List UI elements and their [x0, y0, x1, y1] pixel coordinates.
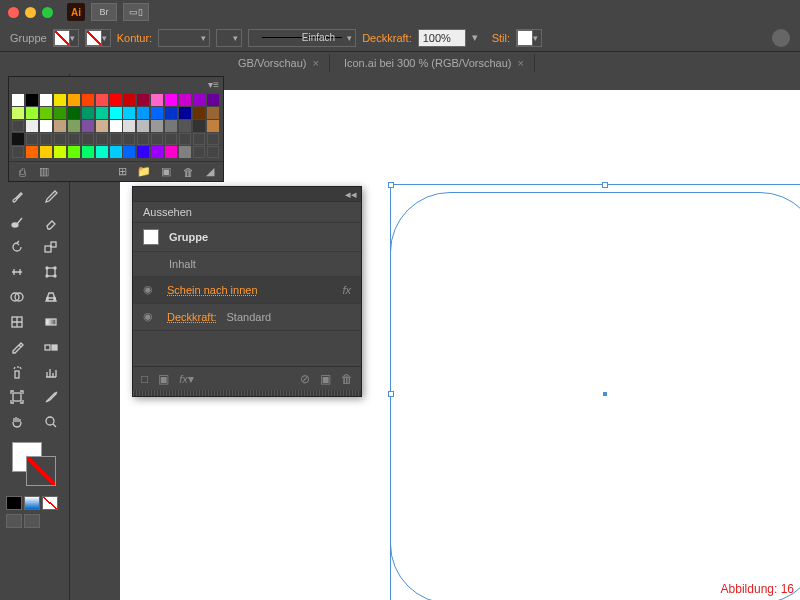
fill-dropdown[interactable]: [53, 29, 79, 47]
new-fill-icon[interactable]: ▣: [158, 372, 169, 386]
swatch[interactable]: [54, 94, 66, 106]
swatch[interactable]: [54, 133, 66, 145]
delete-swatch-icon[interactable]: 🗑: [181, 165, 195, 179]
swatch[interactable]: [165, 146, 177, 158]
bridge-button[interactable]: Br: [91, 3, 117, 21]
screen-mode-normal[interactable]: [6, 514, 22, 528]
swatch[interactable]: [12, 107, 24, 119]
visibility-icon[interactable]: ◉: [143, 310, 157, 324]
swatch[interactable]: [68, 107, 80, 119]
eyedropper-tool[interactable]: [0, 334, 33, 359]
maximize-window-icon[interactable]: [42, 7, 53, 18]
fill-stroke-indicator[interactable]: [6, 440, 63, 490]
swatch[interactable]: [151, 120, 163, 132]
swatch[interactable]: [40, 107, 52, 119]
swatch[interactable]: [207, 120, 219, 132]
width-tool[interactable]: [0, 259, 33, 284]
style-dropdown[interactable]: [516, 29, 542, 47]
swatch[interactable]: [82, 133, 94, 145]
center-handle[interactable]: [603, 392, 607, 396]
resize-handle[interactable]: [388, 391, 394, 397]
swatch[interactable]: [207, 94, 219, 106]
mesh-tool[interactable]: [0, 309, 33, 334]
swatch[interactable]: [193, 94, 205, 106]
artboard-tool[interactable]: [0, 384, 33, 409]
swatch[interactable]: [110, 146, 122, 158]
swatch[interactable]: [179, 146, 191, 158]
swatch[interactable]: [110, 94, 122, 106]
swatch[interactable]: [12, 146, 24, 158]
swatch[interactable]: [207, 146, 219, 158]
swatch[interactable]: [179, 107, 191, 119]
swatch[interactable]: [82, 107, 94, 119]
slice-tool[interactable]: [35, 384, 68, 409]
eraser-tool[interactable]: [35, 209, 68, 234]
swatch[interactable]: [96, 146, 108, 158]
brush-dropdown[interactable]: Einfach: [248, 29, 356, 47]
gradient-tool[interactable]: [35, 309, 68, 334]
swatch[interactable]: [207, 133, 219, 145]
swatch[interactable]: [137, 120, 149, 132]
clear-icon[interactable]: ⊘: [300, 372, 310, 386]
swatch[interactable]: [137, 107, 149, 119]
symbol-sprayer-tool[interactable]: [0, 359, 33, 384]
swatch[interactable]: [137, 94, 149, 106]
swatch-options-icon[interactable]: ⊞: [115, 165, 129, 179]
stroke-dropdown[interactable]: [85, 29, 111, 47]
swatch[interactable]: [40, 94, 52, 106]
appearance-opacity-row[interactable]: ◉ Deckkraft: Standard: [133, 303, 361, 330]
swatch[interactable]: [12, 94, 24, 106]
color-mode[interactable]: [6, 496, 22, 510]
swatch[interactable]: [40, 120, 52, 132]
swatch[interactable]: [179, 94, 191, 106]
swatch[interactable]: [123, 94, 135, 106]
brush-tool[interactable]: [0, 184, 33, 209]
swatch-kind-icon[interactable]: ▥: [37, 165, 51, 179]
swatch[interactable]: [12, 133, 24, 145]
swatch[interactable]: [82, 120, 94, 132]
swatch[interactable]: [68, 120, 80, 132]
swatch[interactable]: [137, 133, 149, 145]
new-group-icon[interactable]: 📁: [137, 165, 151, 179]
swatch[interactable]: [123, 133, 135, 145]
doc-tab-1[interactable]: GB/Vorschau)×: [228, 54, 330, 72]
minimize-window-icon[interactable]: [25, 7, 36, 18]
resize-handle[interactable]: [388, 182, 394, 188]
swatch-lib-icon[interactable]: ⎙: [15, 165, 29, 179]
stroke-weight-dropdown[interactable]: [158, 29, 210, 47]
swatch[interactable]: [207, 107, 219, 119]
swatch[interactable]: [96, 107, 108, 119]
swatch[interactable]: [68, 146, 80, 158]
sync-icon[interactable]: [772, 29, 790, 47]
opacity-input[interactable]: 100%: [418, 29, 466, 47]
close-window-icon[interactable]: [8, 7, 19, 18]
doc-tab-2[interactable]: Icon.ai bei 300 % (RGB/Vorschau)×: [334, 54, 535, 72]
appearance-group-row[interactable]: Gruppe: [133, 222, 361, 251]
blend-tool[interactable]: [35, 334, 68, 359]
swatch[interactable]: [26, 107, 38, 119]
add-effect-icon[interactable]: fx▾: [179, 372, 194, 386]
swatch[interactable]: [96, 94, 108, 106]
panel-menu-icon[interactable]: ▾≡: [208, 79, 219, 89]
appearance-contents-row[interactable]: Inhalt: [133, 251, 361, 276]
close-tab-icon[interactable]: ×: [517, 57, 523, 69]
varwidth-dropdown[interactable]: [216, 29, 242, 47]
swatch[interactable]: [193, 120, 205, 132]
layout-button[interactable]: ▭▯: [123, 3, 149, 21]
appearance-effect-label[interactable]: Schein nach innen: [167, 284, 258, 296]
swatch[interactable]: [40, 146, 52, 158]
swatch[interactable]: [179, 120, 191, 132]
none-mode[interactable]: [42, 496, 58, 510]
gradient-mode[interactable]: [24, 496, 40, 510]
swatch[interactable]: [96, 120, 108, 132]
swatch[interactable]: [110, 133, 122, 145]
shape-builder-tool[interactable]: [0, 284, 33, 309]
swatch[interactable]: [193, 133, 205, 145]
opacity-dropdown-icon[interactable]: ▾: [472, 31, 486, 44]
swatch[interactable]: [26, 133, 38, 145]
swatch[interactable]: [54, 146, 66, 158]
swatch[interactable]: [26, 120, 38, 132]
rotate-tool[interactable]: [0, 234, 33, 259]
swatch[interactable]: [68, 94, 80, 106]
stroke-swatch[interactable]: [26, 456, 56, 486]
